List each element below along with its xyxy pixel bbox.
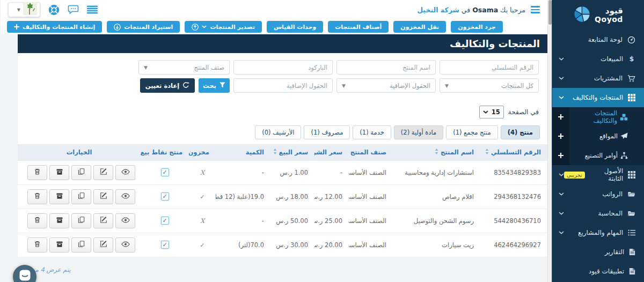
product-quantity: 19.0(علبة (12 قطعة)) (216, 184, 270, 209)
duplicate-button[interactable] (71, 165, 91, 180)
delete-button[interactable] (27, 189, 47, 204)
sidebar-item-label: المشتريات (594, 75, 623, 82)
product-name-input[interactable] (336, 60, 436, 75)
sidebar-item[interactable]: تطبيقات قيود (552, 262, 644, 281)
company-switcher[interactable]: ▼ (8, 2, 40, 17)
column-header[interactable]: سعر البيع (270, 144, 314, 160)
column-header[interactable]: صنف المنتج (349, 144, 393, 160)
pos-checkbox[interactable]: ✓ (161, 217, 169, 225)
column-header-label: مخزون؟ (189, 149, 209, 156)
archive-button[interactable] (49, 165, 69, 180)
duplicate-button[interactable] (71, 238, 91, 253)
sidebar-subitem[interactable]: المنتجات والتكاليف (552, 107, 644, 127)
edit-button[interactable] (93, 213, 113, 228)
tab[interactable]: خدمة (1) (353, 125, 391, 139)
column-header-label: سعر البيع (273, 149, 308, 156)
sidebar-item[interactable]: الأصول الثابتةتجريبي (552, 165, 644, 184)
per-page-select[interactable]: 15 (479, 106, 504, 118)
delete-button[interactable] (27, 238, 47, 253)
barcode-input[interactable] (233, 60, 333, 75)
column-header: مخزون؟ (189, 144, 216, 160)
serial-input[interactable] (440, 60, 539, 75)
pos-checkbox[interactable]: ✓ (161, 192, 169, 201)
tab[interactable]: مصروف (1) (304, 125, 350, 139)
archive-button[interactable] (49, 238, 69, 253)
sort-icon (485, 149, 489, 156)
column-header[interactable]: الرقم التسلسلي (480, 144, 547, 160)
view-button[interactable] (115, 189, 135, 204)
sidebar-item[interactable]: المنتجات والتكاليف (552, 88, 644, 107)
column-header-label: الرقم التسلسلي (485, 149, 541, 156)
edit-button[interactable] (93, 165, 113, 180)
tab[interactable]: منتج مجمع (1) (446, 125, 498, 139)
search-button[interactable]: بحث (199, 78, 230, 93)
duplicate-button[interactable] (71, 189, 91, 204)
sidebar-item[interactable]: $المبيعات (552, 49, 644, 69)
add-button[interactable] (552, 127, 569, 146)
toolbar-button[interactable]: استيراد المنتجات (107, 21, 180, 33)
product-serial: 835434829383 (480, 160, 547, 184)
toolbar-button[interactable]: نقل المخزون (393, 21, 446, 33)
toolbar-button[interactable]: جرد المخزون (451, 21, 503, 33)
sidebar-item[interactable]: لوحة المتابعة (552, 30, 644, 49)
purchase-price: 20.00 ر.س (314, 233, 349, 257)
add-button[interactable] (552, 146, 569, 165)
toolbar-button[interactable]: تصدير المنتجات (185, 21, 262, 33)
toolbar-button[interactable]: أصناف المنتجات (328, 21, 389, 33)
archive-button[interactable] (49, 189, 69, 204)
menu-toggle-icon[interactable] (531, 6, 540, 13)
archive-button[interactable] (49, 213, 69, 228)
plus-icon (558, 114, 564, 120)
toolbar-button[interactable]: وحدات القياس (267, 21, 323, 33)
chat-icon[interactable] (68, 5, 79, 14)
sidebar-item[interactable]: التقارير (552, 242, 644, 262)
view-button[interactable] (115, 165, 135, 180)
delete-button[interactable] (27, 165, 47, 180)
sidebar-subitem-label: المنتجات والتكاليف (569, 109, 617, 124)
sale-price: 18.00 ر.س (270, 184, 314, 209)
help-icon[interactable] (48, 4, 60, 16)
extra-fields-select[interactable]: الحقول الإضافية ▼ (336, 78, 436, 93)
x-mark: X (200, 169, 204, 176)
copy-icon (78, 216, 85, 225)
toolbar-button[interactable]: إنشاء المنتجات والتكاليف (7, 21, 102, 33)
edit-button[interactable] (93, 238, 113, 253)
pos-checkbox[interactable]: ✓ (161, 241, 169, 249)
sitemap-icon (620, 152, 628, 159)
trash-icon (34, 240, 41, 249)
column-header[interactable]: سعر الشراء (314, 144, 349, 160)
sidebar-subitem[interactable]: المواقع (552, 127, 644, 146)
list-icon[interactable] (87, 5, 98, 14)
category-select[interactable]: صنف المنتج ▼ (138, 60, 230, 75)
file-icon (629, 268, 635, 275)
scrollbar-thumb[interactable] (548, 0, 552, 25)
view-button[interactable] (115, 213, 135, 228)
folder-icon (627, 210, 635, 217)
edit-button[interactable] (93, 189, 113, 204)
scrollbar[interactable] (547, 0, 552, 282)
company-name-link[interactable]: شركة النخيل (417, 6, 459, 14)
sidebar-item[interactable]: المشتريات (552, 69, 644, 88)
table-row: 835434829383استشارات إدارية ومحاسبيةالصن… (18, 160, 547, 184)
product-category: الصنف الأساسي (349, 184, 393, 209)
extra-fields-input[interactable] (233, 78, 333, 93)
view-button[interactable] (115, 238, 135, 253)
sidebar-item[interactable]: المهام والمشاريع (552, 223, 644, 242)
product-type-select[interactable]: كل المنتجات ▼ (440, 78, 539, 93)
tab[interactable]: منتج (4) (501, 125, 540, 139)
sidebar-item[interactable]: المحاسبة (552, 204, 644, 223)
tab[interactable]: مادة أولية (2) (394, 125, 443, 139)
sidebar-subitem[interactable]: أوامر التصنيع (552, 146, 644, 165)
duplicate-button[interactable] (71, 213, 91, 228)
table-row: 544280436710رسوم الشحن والتوصيلالصنف الأ… (18, 209, 547, 233)
pos-checkbox[interactable]: ✓ (161, 168, 169, 176)
qoyod-logo[interactable]: قيود Qoyod (552, 0, 644, 30)
delete-button[interactable] (27, 213, 47, 228)
reset-button[interactable]: إعادة تعيين (140, 78, 195, 93)
sidebar-item[interactable]: الرواتب (552, 184, 644, 204)
row-options (18, 209, 141, 233)
column-header[interactable]: اسم المنتج (393, 144, 480, 160)
product-name: استشارات إدارية ومحاسبية (393, 160, 480, 184)
add-button[interactable] (552, 107, 569, 127)
tab[interactable]: الأرشيف (0) (255, 125, 301, 139)
